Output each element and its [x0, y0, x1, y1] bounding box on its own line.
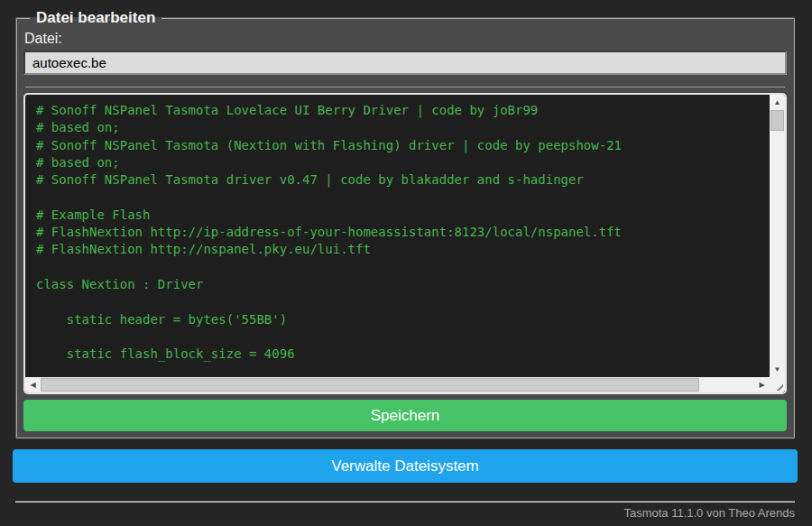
- scroll-left-icon[interactable]: ◀: [25, 377, 41, 392]
- footer-version-text: Tasmota 11.1.0 von Theo Arends: [13, 506, 795, 520]
- horizontal-scrollbar[interactable]: ◀ ▶: [25, 377, 770, 392]
- form-title: Datei bearbeiten: [30, 9, 161, 27]
- save-button[interactable]: Speichern: [23, 400, 787, 431]
- code-area[interactable]: # Sonoff NSPanel Tasmota Lovelace UI Ber…: [25, 95, 770, 377]
- edit-file-form: Datei bearbeiten Datei: # Sonoff NSPanel…: [15, 9, 795, 438]
- horizontal-scroll-track[interactable]: [41, 377, 754, 392]
- vertical-scroll-thumb[interactable]: [770, 110, 784, 131]
- code-text[interactable]: # Sonoff NSPanel Tasmota Lovelace UI Ber…: [36, 102, 770, 363]
- resize-grip-icon[interactable]: [773, 381, 783, 391]
- file-label: Datei:: [24, 31, 787, 47]
- scrollbar-corner: [770, 377, 785, 392]
- scroll-up-icon[interactable]: ▲: [770, 95, 785, 110]
- page-container: Datei bearbeiten Datei: # Sonoff NSPanel…: [13, 9, 798, 520]
- file-name-input[interactable]: [23, 51, 787, 75]
- scroll-right-icon[interactable]: ▶: [754, 377, 770, 392]
- vertical-scrollbar[interactable]: ▲ ▼: [770, 95, 785, 377]
- manage-filesystem-button[interactable]: Verwalte Dateisystem: [13, 449, 798, 483]
- horizontal-scroll-thumb[interactable]: [41, 378, 699, 392]
- scroll-down-icon[interactable]: ▼: [770, 362, 785, 377]
- vertical-scroll-track[interactable]: [770, 110, 785, 362]
- file-content-textarea[interactable]: # Sonoff NSPanel Tasmota Lovelace UI Ber…: [23, 93, 787, 394]
- form-divider: [25, 86, 785, 88]
- footer-divider: [15, 501, 795, 503]
